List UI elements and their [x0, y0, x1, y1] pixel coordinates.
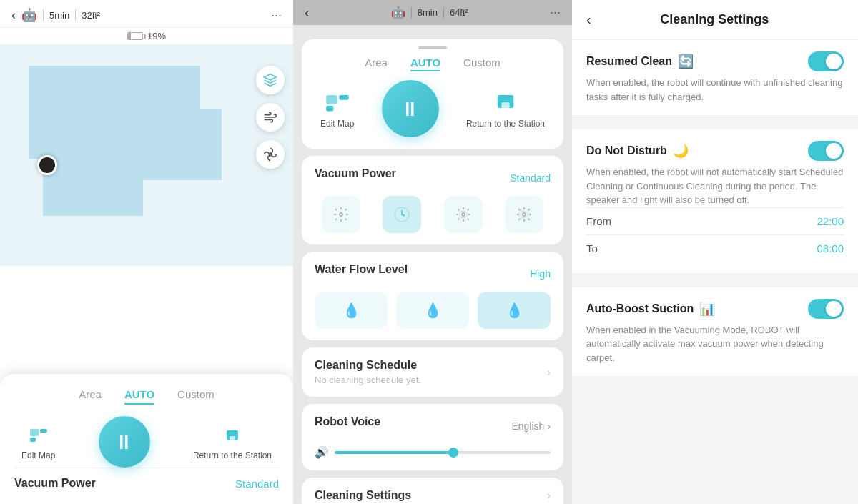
pause-button[interactable]: ⏸ [99, 416, 150, 468]
svg-rect-8 [339, 95, 349, 100]
auto-boost-label: Auto-Boost Suction [586, 302, 694, 315]
power-strong[interactable] [444, 196, 483, 233]
battery-fill [128, 33, 131, 39]
map-room-right [143, 109, 222, 180]
water-high[interactable]: 💧 [478, 292, 551, 329]
more-icon[interactable]: ··· [271, 8, 282, 23]
water-low[interactable]: 💧 [315, 292, 388, 329]
dnd-toggle[interactable] [808, 141, 844, 161]
resumed-clean-group: Resumed Clean 🔄 When enabled, the robot … [572, 40, 858, 115]
power-quiet[interactable] [322, 196, 360, 233]
panel2-divider2 [443, 7, 444, 19]
tab-area[interactable]: Area [79, 385, 102, 405]
voice-language-button[interactable]: English › [511, 420, 551, 432]
svg-marker-0 [265, 74, 277, 80]
dnd-to-label: To [586, 242, 598, 255]
power-max[interactable] [505, 196, 543, 233]
cleaning-settings-card[interactable]: Cleaning Settings › [302, 478, 563, 504]
back-icon[interactable]: ‹ [11, 8, 16, 23]
resumed-clean-item: Resumed Clean 🔄 When enabled, the robot … [572, 40, 858, 115]
p2-edit-map-button[interactable]: Edit Map [320, 89, 354, 129]
p2-pause-button[interactable]: ⏸ [382, 80, 439, 137]
map-header: ‹ 🤖 5min 32ft² ··· [0, 0, 293, 28]
settings-back-icon[interactable]: ‹ [586, 11, 591, 28]
map-view [0, 44, 293, 266]
cleaning-schedule-card[interactable]: Cleaning Schedule No cleaning schedule y… [302, 347, 563, 397]
p2-tab-area[interactable]: Area [365, 56, 388, 71]
water-flow-options: 💧 💧 💧 [315, 292, 551, 329]
vp-value: Standard [235, 478, 279, 490]
vp-label: Vacuum Power [14, 477, 96, 490]
edit-map-button[interactable]: Edit Map [21, 423, 55, 460]
p2-tab-custom[interactable]: Custom [463, 56, 500, 71]
vacuum-section-header: Vacuum Power Standard [315, 167, 551, 189]
auto-boost-icon: 📊 [699, 301, 715, 317]
water-section-header: Water Flow Level High [315, 263, 551, 285]
auto-boost-knob [826, 301, 842, 317]
slider-fill [335, 451, 453, 454]
edit-map-label: Edit Map [21, 450, 55, 460]
spacer2 [572, 280, 858, 287]
svg-rect-9 [326, 106, 333, 112]
panel-controls: ‹ 🤖 8min 64ft² ··· Area AUTO Custom Edi [293, 0, 572, 504]
time-stat: 5min [49, 10, 69, 21]
panel2-more-icon[interactable]: ··· [550, 5, 561, 20]
panel2-header-center: 🤖 8min 64ft² [391, 6, 468, 19]
voice-header: Robot Voice English › [315, 415, 551, 437]
tab-custom[interactable]: Custom [177, 385, 214, 405]
panel2-controls-row: Edit Map ⏸ Return to the Station [315, 80, 551, 137]
p2-tab-auto[interactable]: AUTO [410, 56, 440, 71]
vacuum-power-mini: Vacuum Power Standard [14, 468, 279, 490]
header-left: ‹ 🤖 5min 32ft² [11, 7, 100, 23]
voice-chevron-icon: › [547, 420, 551, 432]
dnd-top: Do Not Disturb 🌙 [586, 141, 844, 161]
dnd-label: Do Not Disturb [586, 144, 667, 157]
layers-button[interactable] [256, 66, 285, 94]
battery-row: 19% [0, 28, 293, 44]
spacer1 [572, 122, 858, 129]
water-value: High [530, 268, 551, 280]
auto-boost-toggle[interactable] [808, 299, 844, 319]
p2-return-station-label: Return to the Station [466, 119, 545, 129]
battery-icon [127, 32, 143, 40]
drag-handle [418, 46, 447, 49]
dnd-name-row: Do Not Disturb 🌙 [586, 143, 689, 159]
panel2-tabs: Area AUTO Custom [315, 56, 551, 71]
resumed-clean-name-row: Resumed Clean 🔄 [586, 54, 694, 69]
resumed-clean-label: Resumed Clean [586, 55, 672, 68]
dnd-to-value[interactable]: 08:00 [817, 242, 844, 255]
area-stat: 32ft² [82, 10, 100, 21]
return-station-button[interactable]: Return to the Station [193, 423, 272, 460]
slider-thumb[interactable] [448, 448, 458, 458]
panel2-divider [411, 7, 412, 19]
cleaning-settings-chevron-icon: › [547, 489, 551, 502]
svg-rect-4 [30, 438, 36, 442]
p2-return-station-button[interactable]: Return to the Station [466, 89, 545, 129]
volume-slider[interactable] [335, 451, 551, 454]
water-medium[interactable]: 💧 [396, 292, 469, 329]
dnd-item: Do Not Disturb 🌙 When enabled, the robot… [572, 129, 858, 273]
dnd-knob [826, 143, 842, 159]
resumed-clean-toggle[interactable] [808, 51, 844, 71]
voice-language: English [511, 420, 544, 432]
auto-boost-desc: When enabled in the Vacuuming Mode, ROBO… [586, 323, 844, 365]
panel-map: ‹ 🤖 5min 32ft² ··· 19% [0, 0, 293, 504]
wind-button[interactable] [256, 103, 285, 132]
map-room-bottom [43, 159, 143, 216]
tab-auto[interactable]: AUTO [124, 385, 154, 405]
panel2-back-icon[interactable]: ‹ [305, 4, 310, 21]
svg-rect-2 [30, 429, 39, 436]
dnd-from-label: From [586, 215, 611, 227]
water-high-icon: 💧 [506, 302, 523, 319]
dnd-desc: When enabled, the robot will not automat… [586, 165, 844, 207]
fan-button[interactable] [256, 140, 285, 169]
dnd-from-value[interactable]: 22:00 [817, 215, 844, 227]
dnd-group: Do Not Disturb 🌙 When enabled, the robot… [572, 129, 858, 273]
water-medium-icon: 💧 [424, 302, 442, 319]
power-standard[interactable] [383, 196, 421, 233]
svg-rect-3 [40, 429, 47, 433]
water-label: Water Flow Level [315, 263, 408, 276]
schedule-chevron-icon: › [547, 366, 551, 379]
divider2 [75, 9, 76, 21]
auto-boost-item: Auto-Boost Suction 📊 When enabled in the… [572, 287, 858, 377]
